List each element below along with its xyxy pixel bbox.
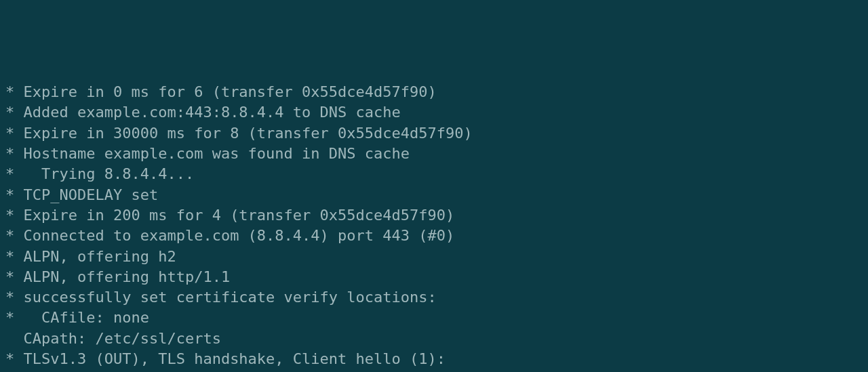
terminal-line: CApath: /etc/ssl/certs (5, 329, 863, 349)
terminal-line: * TCP_NODELAY set (5, 185, 863, 205)
terminal-line: * Connected to example.com (8.8.4.4) por… (5, 226, 863, 246)
terminal-line: * successfully set certificate verify lo… (5, 287, 863, 308)
terminal-line: * Added example.com:443:8.8.4.4 to DNS c… (5, 102, 863, 123)
terminal-line: * TLSv1.3 (OUT), TLS handshake, Client h… (5, 349, 863, 369)
terminal-line: * Expire in 200 ms for 4 (transfer 0x55d… (5, 205, 863, 226)
terminal-line: * CAfile: none (5, 308, 863, 328)
terminal-line: * Trying 8.8.4.4... (5, 164, 863, 184)
terminal-line: * ALPN, offering http/1.1 (5, 267, 863, 287)
terminal-line: * ALPN, offering h2 (5, 247, 863, 267)
terminal-line: * Operation timed out after 30009 millis… (5, 369, 863, 372)
terminal-line: * Hostname example.com was found in DNS … (5, 144, 863, 164)
terminal-line: * Expire in 30000 ms for 8 (transfer 0x5… (5, 123, 863, 144)
terminal-line: * Expire in 0 ms for 6 (transfer 0x55dce… (5, 82, 863, 102)
terminal-output[interactable]: * Expire in 0 ms for 6 (transfer 0x55dce… (5, 82, 863, 372)
